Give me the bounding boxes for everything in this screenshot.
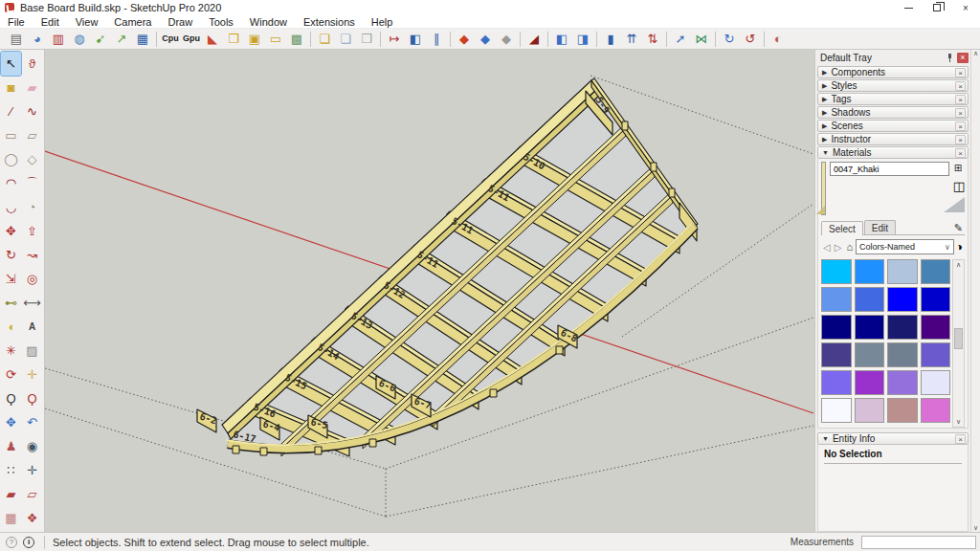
rotate-tool[interactable]: ↻ bbox=[1, 243, 21, 267]
menu-help[interactable]: Help bbox=[371, 16, 393, 28]
section-header-materials[interactable]: ▼ Materials × bbox=[817, 146, 969, 159]
box-red-icon[interactable]: ◆ bbox=[454, 30, 475, 49]
cube-blue-icon[interactable]: ❑ bbox=[335, 30, 356, 49]
position-camera-tool[interactable]: ♟ bbox=[1, 434, 21, 458]
align-planes-icon[interactable]: ∥ bbox=[426, 30, 447, 49]
warehouse-panel-icon[interactable]: ▥ bbox=[48, 30, 69, 49]
close-section-icon[interactable]: × bbox=[955, 108, 966, 118]
stl-export-icon[interactable]: ↗ bbox=[111, 30, 132, 49]
turn-tool[interactable]: ✛ bbox=[22, 458, 42, 482]
scroll-down-icon[interactable]: ∨ bbox=[956, 418, 961, 426]
geolocation-icon[interactable]: ◍ bbox=[69, 30, 90, 49]
measurements-input[interactable] bbox=[861, 536, 976, 549]
plate-blue-icon[interactable]: ▮ bbox=[600, 30, 621, 49]
color-swatch-4[interactable] bbox=[821, 287, 852, 312]
material-name-input[interactable] bbox=[830, 162, 949, 176]
axes-tool-icon[interactable]: ↦ bbox=[384, 30, 405, 49]
scroll-thumb[interactable] bbox=[954, 328, 963, 349]
color-swatch-15[interactable] bbox=[921, 342, 951, 367]
select-frame-icon[interactable]: ▣ bbox=[244, 30, 265, 49]
section-display-tool[interactable]: ▱ bbox=[22, 482, 42, 506]
freehand-tool[interactable]: ∿ bbox=[22, 99, 42, 123]
create-material-icon[interactable]: ✎ bbox=[954, 222, 965, 234]
circle-tool[interactable]: ◯ bbox=[1, 147, 21, 171]
section-header-shadows[interactable]: ▶Shadows× bbox=[817, 106, 969, 119]
color-swatch-16[interactable] bbox=[821, 370, 852, 395]
orbit-tool[interactable]: ⟳ bbox=[1, 363, 21, 386]
pan-tool[interactable]: ✛ bbox=[22, 363, 42, 386]
menu-camera[interactable]: Camera bbox=[114, 16, 151, 28]
bowtie-icon[interactable]: ⋈ bbox=[691, 30, 712, 49]
gpu-render-icon[interactable]: Gpu bbox=[181, 30, 202, 49]
color-swatch-12[interactable] bbox=[821, 342, 852, 367]
credits-info-icon[interactable]: i bbox=[23, 537, 34, 548]
paint-model-icon[interactable]: ◫ bbox=[953, 179, 965, 193]
material-preview-swatch[interactable] bbox=[821, 162, 826, 215]
tray-close-icon[interactable]: × bbox=[957, 53, 969, 63]
sandbox-tool[interactable]: ▨ bbox=[22, 339, 42, 363]
protractor-tool[interactable]: ◖ bbox=[1, 315, 21, 339]
rectangle-tool[interactable]: ▭ bbox=[1, 123, 21, 147]
forward-arrow-icon[interactable]: ▷ bbox=[835, 242, 842, 253]
color-swatch-3[interactable] bbox=[921, 259, 951, 284]
close-section-icon[interactable]: × bbox=[955, 81, 966, 91]
back-arrow-icon[interactable]: ◁ bbox=[823, 242, 831, 253]
lasso-tool[interactable]: ϑ bbox=[22, 52, 42, 76]
model-base-board-frame[interactable]: 5-95-105-115-115-115-125-135-145-155-166… bbox=[197, 78, 698, 456]
axes-tool[interactable]: ✳ bbox=[1, 339, 21, 363]
previous-view-tool[interactable]: ↶ bbox=[22, 410, 42, 434]
scenes-tool[interactable]: ❖ bbox=[22, 506, 42, 530]
paint-bucket-tool[interactable]: ◙ bbox=[1, 76, 21, 99]
close-section-icon[interactable]: × bbox=[955, 68, 966, 77]
color-swatch-7[interactable] bbox=[921, 287, 951, 312]
three-point-arc-tool[interactable]: ◡ bbox=[1, 195, 21, 219]
zoom-window-tool[interactable]: Ϙ bbox=[22, 386, 42, 410]
section-plane-tool[interactable]: ▰ bbox=[1, 482, 21, 506]
color-swatch-23[interactable] bbox=[921, 398, 951, 423]
color-swatch-17[interactable] bbox=[855, 370, 885, 395]
color-swatch-22[interactable] bbox=[887, 398, 918, 423]
scale-frame-icon[interactable]: ▭ bbox=[265, 30, 286, 49]
eraser-tool[interactable]: ▰ bbox=[22, 76, 42, 99]
hook-red-icon[interactable]: ↺ bbox=[740, 30, 761, 49]
cube-yellow-icon[interactable]: ❏ bbox=[314, 30, 335, 49]
color-swatch-14[interactable] bbox=[887, 342, 918, 367]
in-model-home-icon[interactable]: ⌂ bbox=[846, 241, 853, 253]
minimize-button[interactable] bbox=[894, 0, 923, 15]
paint-frame-icon[interactable]: ▩ bbox=[286, 30, 307, 49]
close-section-icon[interactable]: × bbox=[955, 148, 966, 158]
geolocation-status-icon[interactable]: ? bbox=[6, 537, 17, 548]
section-header-entity-info[interactable]: ▼ Entity Info × bbox=[817, 432, 969, 445]
boxes-stack-icon[interactable]: ❒ bbox=[223, 30, 244, 49]
color-swatch-5[interactable] bbox=[855, 287, 885, 312]
close-section-icon[interactable]: × bbox=[955, 95, 966, 104]
tape-measure-tool[interactable]: ⊷ bbox=[1, 291, 21, 315]
box-gray-icon[interactable]: ◆ bbox=[496, 30, 517, 49]
secondary-pane-icon[interactable]: ⊞ bbox=[951, 162, 965, 176]
scroll-down-icon[interactable]: ∨ bbox=[973, 524, 978, 532]
menu-window[interactable]: Window bbox=[250, 16, 287, 28]
arrows-swap-icon[interactable]: ⇅ bbox=[642, 30, 663, 49]
close-section-icon[interactable]: × bbox=[955, 434, 966, 444]
color-swatch-9[interactable] bbox=[855, 315, 885, 340]
two-point-arc-tool[interactable]: ⌒ bbox=[22, 171, 42, 195]
color-swatch-11[interactable] bbox=[921, 315, 951, 340]
color-swatch-8[interactable] bbox=[821, 315, 852, 340]
pin-icon[interactable] bbox=[946, 53, 954, 63]
push-pull-tool[interactable]: ⇧ bbox=[22, 219, 42, 243]
rotated-rectangle-tool[interactable]: ▱ bbox=[22, 123, 42, 147]
hook-blue-icon[interactable]: ↻ bbox=[719, 30, 740, 49]
solid-cone-icon[interactable]: ◣ bbox=[202, 30, 223, 49]
scroll-up-icon[interactable]: ∧ bbox=[973, 50, 978, 57]
move-tool[interactable]: ✥ bbox=[1, 219, 21, 243]
mirror-a-icon[interactable]: ◧ bbox=[551, 30, 572, 49]
box-blue-icon[interactable]: ◆ bbox=[475, 30, 496, 49]
menu-file[interactable]: File bbox=[8, 16, 25, 28]
menu-extensions[interactable]: Extensions bbox=[303, 16, 355, 28]
text-tool[interactable]: A bbox=[22, 315, 42, 339]
look-around-tool[interactable]: ◉ bbox=[22, 434, 42, 458]
pie-tool[interactable]: ◔ bbox=[22, 195, 42, 219]
close-button[interactable]: × bbox=[951, 0, 980, 15]
color-swatch-0[interactable] bbox=[821, 259, 852, 284]
close-section-icon[interactable]: × bbox=[955, 135, 966, 144]
